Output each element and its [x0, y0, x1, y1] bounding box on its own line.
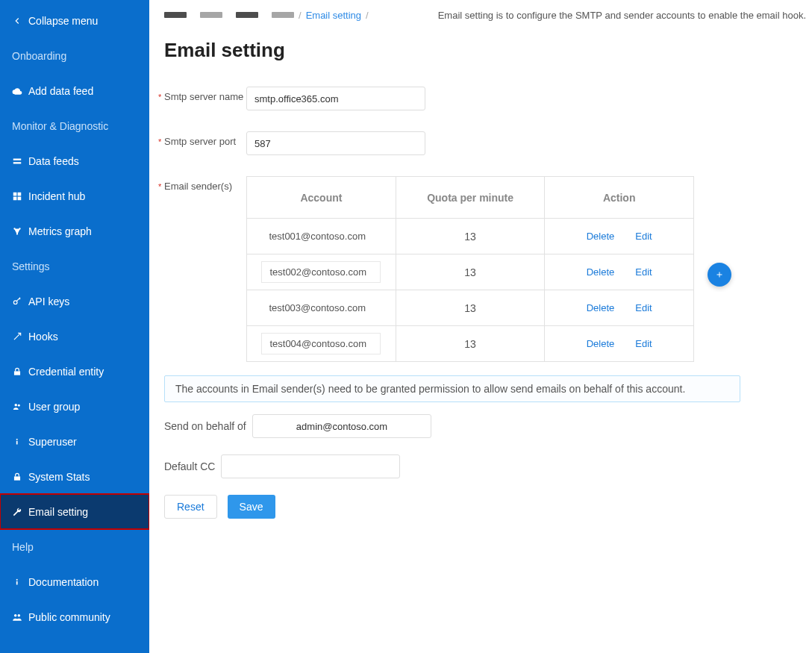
send-on-behalf-input[interactable] — [252, 414, 431, 438]
svg-point-12 — [18, 404, 20, 406]
sidebar-item-label: Monitor & Diagnostic — [12, 120, 108, 132]
sidebar-item-api-keys[interactable]: API keys — [0, 284, 149, 319]
smtp-port-label: Smtp server port — [164, 131, 246, 147]
sidebar-item-help: Help — [0, 529, 149, 564]
sender-account[interactable]: test004@contoso.com — [261, 333, 381, 354]
page-title-row: Email setting — [149, 22, 812, 75]
table-row: test003@contoso.com13DeleteEdit — [247, 290, 694, 326]
lock-icon — [12, 472, 28, 482]
sender-quota: 13 — [396, 254, 544, 290]
graph-icon — [12, 226, 28, 237]
add-sender-button[interactable] — [708, 263, 731, 287]
sidebar-item-superuser[interactable]: Superuser — [0, 424, 149, 459]
sidebar-item-data-feeds[interactable]: Data feeds — [0, 143, 149, 178]
sender-account[interactable]: test001@contoso.com — [261, 226, 381, 246]
sidebar-item-label: Email setting — [28, 506, 88, 518]
sidebar-item-label: API keys — [28, 296, 69, 307]
reset-button[interactable]: Reset — [164, 495, 217, 519]
page-title: Email setting — [164, 39, 797, 62]
sidebar-item-label: Settings — [12, 260, 50, 272]
edit-link[interactable]: Edit — [635, 231, 652, 242]
sidebar-item-credential-entity[interactable]: Credential entity — [0, 354, 149, 389]
svg-point-11 — [15, 403, 18, 406]
delete-link[interactable]: Delete — [587, 231, 615, 242]
th-account: Account — [247, 177, 396, 219]
incident-icon — [12, 191, 28, 201]
table-row: test002@contoso.com13DeleteEdit — [247, 254, 694, 290]
sidebar-item-label: Public community — [28, 611, 110, 623]
sidebar-item-monitor-diagnostic: Monitor & Diagnostic — [0, 108, 149, 143]
sidebar-item-label: Help — [12, 541, 34, 553]
sidebar-item-add-data-feed[interactable]: Add data feed — [0, 73, 149, 108]
delete-link[interactable]: Delete — [587, 266, 615, 278]
sidebar-item-incident-hub[interactable]: Incident hub — [0, 178, 149, 213]
svg-rect-10 — [14, 371, 20, 375]
top-description: Email setting is to configure the SMTP a… — [438, 10, 806, 21]
sidebar-item-onboarding: Onboarding — [0, 38, 149, 73]
sender-account[interactable]: test003@contoso.com — [261, 298, 381, 318]
sidebar-item-label: Onboarding — [12, 50, 66, 62]
sidebar-item-system-stats[interactable]: System Stats — [0, 459, 149, 494]
sidebar-item-documentation[interactable]: Documentation — [0, 564, 149, 599]
breadcrumb-redacted — [164, 12, 294, 18]
sidebar-item-public-community[interactable]: Public community — [0, 599, 149, 634]
svg-rect-1 — [13, 162, 22, 163]
th-quota: Quota per minute — [396, 177, 544, 219]
sidebar-item-label: Credential entity — [28, 366, 104, 378]
breadcrumb-current[interactable]: Email setting — [306, 10, 361, 21]
smtp-port-input[interactable] — [246, 131, 425, 155]
collapse-menu[interactable]: Collapse menu — [0, 3, 149, 38]
edit-link[interactable]: Edit — [635, 338, 652, 349]
svg-rect-4 — [13, 196, 17, 200]
breadcrumb-sep: / — [299, 10, 302, 21]
sidebar-item-label: Hooks — [28, 331, 58, 343]
smtp-name-label: Smtp server name — [164, 87, 246, 102]
sidebar-item-label: Documentation — [28, 576, 99, 588]
sidebar-item-label: Data feeds — [28, 155, 79, 167]
svg-rect-0 — [13, 158, 22, 160]
sidebar-item-hooks[interactable]: Hooks — [0, 319, 149, 354]
default-cc-input[interactable] — [221, 454, 400, 478]
sidebar-item-metrics-graph[interactable]: Metrics graph — [0, 213, 149, 249]
edit-link[interactable]: Edit — [635, 266, 652, 278]
breadcrumb-sep: / — [366, 10, 369, 21]
delete-link[interactable]: Delete — [587, 338, 615, 349]
community-icon — [12, 612, 28, 622]
data-icon — [12, 156, 28, 166]
sender-quota: 13 — [396, 290, 544, 326]
senders-label: Email sender(s) — [164, 176, 246, 192]
collapse-label: Collapse menu — [28, 15, 98, 27]
th-action: Action — [545, 177, 694, 219]
svg-rect-3 — [18, 192, 22, 196]
svg-rect-16 — [16, 581, 18, 584]
sidebar-item-label: User group — [28, 401, 80, 413]
main: / Email setting / Email setting is to co… — [149, 0, 812, 653]
sidebar-item-user-group[interactable]: User group — [0, 389, 149, 424]
svg-rect-13 — [16, 440, 18, 444]
default-cc-label: Default CC — [164, 460, 221, 472]
smtp-name-input[interactable] — [246, 87, 425, 110]
table-row: test001@contoso.com13DeleteEdit — [247, 219, 694, 254]
topbar: / Email setting / Email setting is to co… — [149, 0, 812, 22]
svg-point-19 — [18, 613, 20, 616]
info-icon — [12, 437, 28, 447]
cloud-upload-icon — [12, 86, 28, 96]
sidebar-item-label: Metrics graph — [28, 225, 92, 237]
sidebar-item-settings: Settings — [0, 249, 149, 284]
svg-rect-14 — [16, 438, 18, 440]
sidebar-item-label: System Stats — [28, 471, 90, 483]
form-area: Smtp server name Smtp server port Email … — [149, 75, 812, 519]
breadcrumb: / Email setting / — [164, 10, 369, 21]
svg-rect-17 — [16, 578, 18, 580]
key-icon — [12, 296, 28, 307]
sender-account[interactable]: test002@contoso.com — [261, 261, 381, 283]
delete-link[interactable]: Delete — [587, 302, 615, 313]
svg-rect-5 — [18, 196, 22, 200]
save-button[interactable]: Save — [228, 495, 275, 519]
users-icon — [12, 402, 28, 412]
sidebar-item-label: Add data feed — [28, 85, 93, 97]
senders-permission-info: The accounts in Email sender(s) need to … — [164, 375, 740, 402]
info-icon — [12, 577, 28, 587]
sidebar-item-email-setting[interactable]: Email setting — [0, 494, 149, 529]
edit-link[interactable]: Edit — [635, 302, 652, 313]
